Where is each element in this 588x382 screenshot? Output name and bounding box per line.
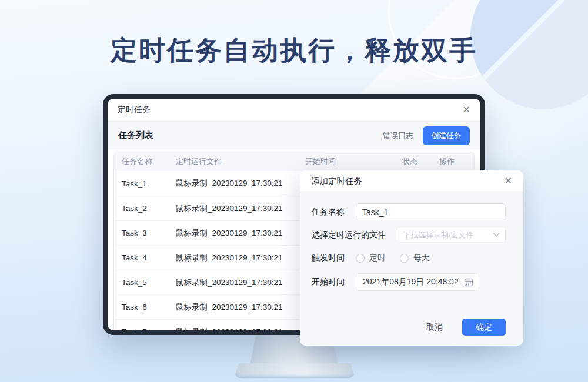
task-name-cell: Task_6 xyxy=(114,303,176,311)
run-file-cell: 鼠标录制_20230129_17:30:21 xyxy=(176,203,305,214)
trigger-radio-group: 定时 每天 xyxy=(356,253,430,263)
task-name-cell: Task_3 xyxy=(114,229,176,237)
chevron-down-icon xyxy=(493,233,500,237)
trigger-time-row: 触发时间 定时 每天 xyxy=(312,253,512,263)
task-name-input[interactable] xyxy=(356,203,506,220)
radio-option-daily[interactable]: 每天 xyxy=(400,253,430,263)
window-title: 定时任务 xyxy=(118,105,151,115)
file-select-placeholder: 下拉选择录制/宏文件 xyxy=(403,230,493,240)
error-log-link[interactable]: 错误日志 xyxy=(383,130,413,141)
modal-header: 添加定时任务 ✕ xyxy=(300,170,523,192)
column-header-start-time: 开始时间 xyxy=(305,156,402,167)
run-file-cell: 鼠标录制_20230129_17:30:21 xyxy=(176,178,305,189)
file-select-row: 选择定时运行的文件 下拉选择录制/宏文件 xyxy=(312,227,512,243)
monitor-stand-base xyxy=(234,363,355,378)
confirm-button[interactable]: 确定 xyxy=(462,319,506,336)
column-header-run-file: 定时运行文件 xyxy=(176,156,305,167)
radio-icon xyxy=(400,254,409,263)
task-name-row: 任务名称 xyxy=(312,203,512,220)
file-select-label: 选择定时运行的文件 xyxy=(312,230,397,240)
radio-icon xyxy=(356,254,365,263)
radio-label-timed: 定时 xyxy=(369,253,386,263)
task-list-header: 任务列表 错误日志 创建任务 xyxy=(108,122,480,149)
close-icon[interactable]: ✕ xyxy=(463,105,470,115)
file-select-dropdown[interactable]: 下拉选择录制/宏文件 xyxy=(397,227,506,243)
modal-body: 任务名称 选择定时运行的文件 下拉选择录制/宏文件 触发时间 定时 xyxy=(300,192,523,346)
run-file-cell: 鼠标录制_20230129_17:30:21 xyxy=(176,327,305,331)
start-time-label: 开始时间 xyxy=(312,277,356,287)
column-header-task-name: 任务名称 xyxy=(114,156,176,167)
modal-title: 添加定时任务 xyxy=(311,176,362,187)
task-name-cell: Task_1 xyxy=(114,179,176,188)
header-actions: 错误日志 创建任务 xyxy=(383,126,470,145)
start-time-picker[interactable]: 2021年08月19日 20:48:02 xyxy=(356,273,479,291)
radio-label-daily: 每天 xyxy=(413,253,430,263)
modal-footer: 取消 确定 xyxy=(312,319,512,337)
calendar-icon xyxy=(464,277,473,287)
modal-close-icon[interactable]: ✕ xyxy=(505,176,512,186)
task-name-cell: Task_5 xyxy=(114,278,176,287)
task-list-title: 任务列表 xyxy=(118,130,153,141)
task-name-label: 任务名称 xyxy=(312,207,356,217)
run-file-cell: 鼠标录制_20230129_17:30:21 xyxy=(176,302,305,313)
window-titlebar: 定时任务 ✕ xyxy=(108,99,480,122)
start-time-row: 开始时间 2021年08月19日 20:48:02 xyxy=(312,273,512,291)
run-file-cell: 鼠标录制_20230129_17:30:21 xyxy=(176,277,305,288)
table-header-row: 任务名称 定时运行文件 开始时间 状态 操作 xyxy=(114,152,474,171)
run-file-cell: 鼠标录制_20230129_17:30:21 xyxy=(176,253,305,263)
run-file-cell: 鼠标录制_20230129_17:30:21 xyxy=(176,228,305,239)
create-task-button[interactable]: 创建任务 xyxy=(423,126,470,145)
task-name-cell: Task_2 xyxy=(114,204,176,213)
task-name-cell: Task_4 xyxy=(114,253,176,262)
trigger-time-label: 触发时间 xyxy=(312,253,356,263)
task-name-cell: Task_7 xyxy=(114,327,176,330)
hero-title: 定时任务自动执行，释放双手 xyxy=(0,33,588,68)
add-task-modal: 添加定时任务 ✕ 任务名称 选择定时运行的文件 下拉选择录制/宏文件 触发时间 … xyxy=(300,170,523,346)
column-header-action: 操作 xyxy=(439,156,474,167)
column-header-status: 状态 xyxy=(402,156,439,167)
start-time-value: 2021年08月19日 20:48:02 xyxy=(363,277,464,287)
cancel-button[interactable]: 取消 xyxy=(426,322,443,333)
radio-option-timed[interactable]: 定时 xyxy=(356,253,386,263)
